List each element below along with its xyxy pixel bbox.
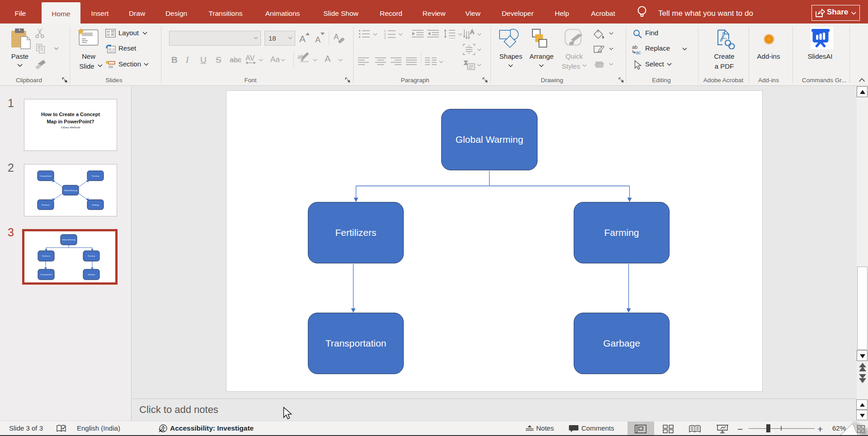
svg-text:ac: ac	[636, 50, 641, 55]
svg-text:Farming: Farming	[92, 175, 99, 177]
svg-text:Fertilizers: Fertilizers	[42, 204, 50, 206]
svg-text:3: 3	[384, 36, 386, 39]
svg-text:Global Warming: Global Warming	[62, 239, 76, 241]
svg-text:Garbage: Garbage	[88, 273, 95, 276]
svg-text:Farming: Farming	[88, 255, 95, 257]
svg-text:ab: ab	[632, 44, 637, 50]
svg-text:Transportation: Transportation	[40, 273, 53, 276]
svg-text:Transportation: Transportation	[40, 175, 52, 177]
svg-text:Global Warming: Global Warming	[64, 189, 78, 192]
svg-text:Garbage: Garbage	[92, 204, 99, 206]
svg-text:Fertilizers: Fertilizers	[42, 255, 50, 257]
svg-text:A: A	[470, 28, 474, 35]
